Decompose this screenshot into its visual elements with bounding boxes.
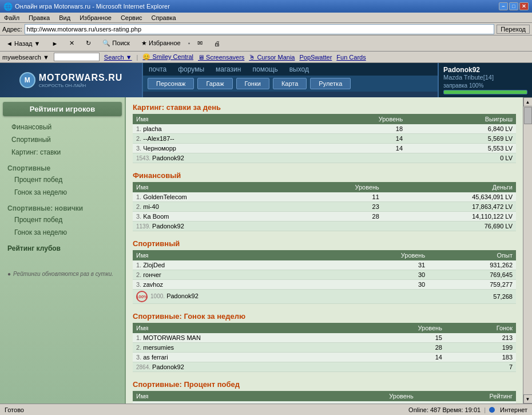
sport-col-name: Имя bbox=[133, 250, 337, 260]
sidebar-item-sport[interactable]: Спортивный bbox=[3, 133, 122, 146]
table-row: 2864. Padonok927 bbox=[133, 362, 516, 372]
browser-content: M MOTORWARS.RU СКОРОСТЬ ОН-ЛАЙН почта фо… bbox=[0, 63, 532, 404]
logo: M MOTORWARS.RU СКОРОСТЬ ОН-ЛАЙН bbox=[19, 72, 123, 88]
btn-garage[interactable]: Гараж bbox=[197, 78, 232, 89]
title-bar-icon: 🌐 bbox=[3, 2, 13, 11]
scroll-thumb[interactable] bbox=[524, 107, 532, 124]
sidebar-item-financial[interactable]: Финансовый bbox=[3, 121, 122, 133]
window-title: Онлайн игра Motorwars.ru - Microsoft Int… bbox=[15, 3, 170, 10]
go-button[interactable]: Переход bbox=[497, 25, 530, 34]
sidebar-item-weekly-races[interactable]: Гонок за неделю bbox=[3, 186, 122, 199]
table-row: 100% 1000. Padonok92 57,268 bbox=[133, 290, 516, 304]
nav-mail[interactable]: почта bbox=[149, 65, 166, 73]
sport-weekly-col-name: Имя bbox=[133, 323, 351, 333]
mail-button[interactable]: ✉ bbox=[193, 38, 207, 49]
scroll-up-button[interactable]: ▲ bbox=[523, 97, 533, 106]
nav-help[interactable]: помощь bbox=[252, 65, 277, 73]
restore-button[interactable]: □ bbox=[509, 2, 518, 10]
sidebar: Рейтинги игроков Финансовый Спортивный К… bbox=[0, 97, 126, 404]
note-text: Рейтинги обновляются раз в сутки. bbox=[13, 271, 113, 277]
menu-view[interactable]: Вид bbox=[57, 14, 72, 21]
sidebar-section-newcomers: Спортивные: новички bbox=[3, 201, 122, 214]
user-car: Mazda Tribute[14] bbox=[443, 74, 527, 81]
karting-table: Имя Уровень Выигрыш 1. placha186,840 LV … bbox=[133, 114, 516, 163]
sport-weekly-title: Спортивные: Гонок за неделю bbox=[133, 312, 516, 321]
btn-character[interactable]: Персонаж bbox=[148, 78, 194, 89]
fun-cards-link[interactable]: Fun Cards bbox=[336, 54, 366, 61]
table-row: 1. placha186,840 LV bbox=[133, 124, 516, 134]
menu-file[interactable]: Файл bbox=[2, 14, 21, 21]
menu-help[interactable]: Справка bbox=[150, 14, 178, 21]
sidebar-item-newcomers-win-pct[interactable]: Процент побед bbox=[3, 214, 122, 226]
toolbar: ◄ Назад ▼ ► ✕ ↻ 🔍 Поиск ★ Избранное ▪ ✉ … bbox=[0, 35, 532, 52]
screensavers-link[interactable]: 🖥 Screensavers bbox=[198, 54, 244, 61]
circle-indicator: 100% bbox=[136, 291, 148, 302]
section-financial: Финансовый Имя Уровень Деньги 1. GoldenT… bbox=[133, 171, 516, 231]
refresh-button[interactable]: ↻ bbox=[82, 38, 95, 49]
note-bullet: ● bbox=[7, 271, 11, 277]
back-button[interactable]: ◄ Назад ▼ bbox=[2, 38, 44, 49]
table-row: 2. mersumies28199 bbox=[133, 343, 516, 353]
logo-subtext: СКОРОСТЬ ОН-ЛАЙН bbox=[39, 83, 123, 88]
fuel-bar bbox=[444, 90, 527, 94]
address-input[interactable] bbox=[25, 24, 495, 34]
search-btn[interactable]: Search ▼ bbox=[104, 54, 132, 61]
menu-edit[interactable]: Правка bbox=[27, 14, 51, 21]
internet-label: Интернет bbox=[500, 406, 527, 413]
table-row: 3. Черноморр145,553 LV bbox=[133, 144, 516, 153]
close-button[interactable]: ✕ bbox=[519, 2, 529, 10]
financial-table: Имя Уровень Деньги 1. GoldenTelecom1145,… bbox=[133, 182, 516, 231]
sport-pct-title: Спортивные: Процент побед bbox=[133, 380, 516, 389]
print-button[interactable]: 🖨 bbox=[210, 38, 224, 49]
btn-roulette[interactable]: Рулетка bbox=[310, 78, 351, 89]
btn-map[interactable]: Карта bbox=[273, 78, 307, 89]
nav-shop[interactable]: магазин bbox=[216, 65, 241, 73]
menu-tools[interactable]: Сервис bbox=[119, 14, 144, 21]
logo-text: MOTORWARS.RU bbox=[39, 73, 123, 83]
btn-races[interactable]: Гонки bbox=[236, 78, 269, 89]
mywebsearch-label[interactable]: mywebsearch ▼ bbox=[2, 54, 49, 61]
scroll-down-button[interactable]: ▼ bbox=[523, 394, 533, 404]
minimize-button[interactable]: − bbox=[499, 2, 508, 10]
logo-area: M MOTORWARS.RU СКОРОСТЬ ОН-ЛАЙН bbox=[0, 63, 143, 97]
table-row: 1. GoldenTelecom1145,634,091 LV bbox=[133, 192, 516, 202]
mywebsearch-input[interactable] bbox=[54, 53, 100, 61]
sidebar-item-win-pct[interactable]: Процент побед bbox=[3, 173, 122, 186]
address-label: Адрес: bbox=[2, 26, 22, 33]
sidebar-item-karting[interactable]: Картинг: ставки bbox=[3, 146, 122, 159]
sidebar-item-clubs[interactable]: Рейтинг клубов bbox=[3, 241, 122, 254]
table-row: 2. --Alex187--145,569 LV bbox=[133, 134, 516, 144]
title-bar: 🌐 Онлайн игра Motorwars.ru - Microsoft I… bbox=[0, 0, 532, 13]
sport-pct-col-rating: Рейтинг bbox=[417, 391, 516, 401]
financial-col-name: Имя bbox=[133, 182, 295, 192]
table-row: 1. MOTORWARS MAN15213 bbox=[133, 333, 516, 343]
online-info: Online: 487 Время: 19:01 bbox=[408, 406, 481, 413]
section-sport-weekly: Спортивные: Гонок за неделю Имя Уровень … bbox=[133, 312, 516, 372]
sport-col-level: Уровень bbox=[337, 250, 429, 260]
sidebar-section-sport: Спортивные bbox=[3, 161, 122, 173]
sport-weekly-table: Имя Уровень Гонок 1. MOTORWARS MAN15213 … bbox=[133, 323, 516, 372]
nav-exit[interactable]: выход bbox=[289, 65, 309, 73]
search-button[interactable]: 🔍 Поиск bbox=[98, 38, 134, 49]
cursor-mania-link[interactable]: 🖱 Cursor Mania bbox=[249, 54, 295, 61]
table-row: 2. mi-402317,863,472 LV bbox=[133, 202, 516, 212]
favorites-button[interactable]: ★ Избранное bbox=[137, 38, 185, 49]
title-bar-controls: − □ ✕ bbox=[499, 2, 529, 10]
sport-table: Имя Уровень Опыт 1. ZlojDed31931,262 2. … bbox=[133, 250, 516, 304]
menu-favorites[interactable]: Избранное bbox=[78, 14, 113, 21]
financial-col-level: Уровень bbox=[295, 182, 383, 192]
toolbar-spacer: ▪ bbox=[188, 40, 190, 46]
smiley-central-link[interactable]: 😊 Smiley Central bbox=[142, 53, 193, 61]
scrollbar: ▲ ▼ bbox=[523, 97, 532, 404]
financial-col-money: Деньги bbox=[383, 182, 516, 192]
sidebar-note: ● Рейтинги обновляются раз в сутки. bbox=[3, 265, 122, 283]
forward-button[interactable]: ► bbox=[47, 38, 62, 49]
nav-forums[interactable]: форумы bbox=[178, 65, 204, 73]
sidebar-title: Рейтинги игроков bbox=[3, 102, 122, 116]
sidebar-item-newcomers-weekly[interactable]: Гонок за неделю bbox=[3, 226, 122, 239]
popswatter-link[interactable]: PopSwatter bbox=[299, 54, 332, 61]
stop-button[interactable]: ✕ bbox=[65, 38, 78, 49]
sport-weekly-col-level: Уровень bbox=[351, 323, 446, 333]
status-left: Готово bbox=[5, 406, 24, 413]
address-bar: Адрес: Переход bbox=[0, 23, 532, 35]
